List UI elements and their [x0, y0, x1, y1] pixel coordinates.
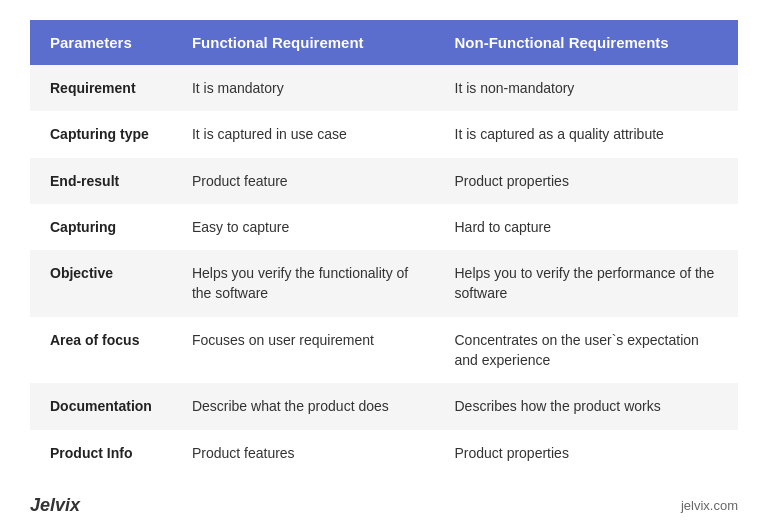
cell-functional: It is mandatory — [172, 65, 435, 111]
cell-param: Capturing — [30, 204, 172, 250]
cell-functional: Helps you verify the functionality of th… — [172, 250, 435, 317]
table-row: Area of focusFocuses on user requirement… — [30, 317, 738, 384]
table-row: CapturingEasy to captureHard to capture — [30, 204, 738, 250]
cell-nonfunctional: Product properties — [435, 430, 739, 476]
table-row: End-resultProduct featureProduct propert… — [30, 158, 738, 204]
cell-param: Objective — [30, 250, 172, 317]
table-row: RequirementIt is mandatoryIt is non-mand… — [30, 65, 738, 111]
cell-param: Capturing type — [30, 111, 172, 157]
cell-functional: Easy to capture — [172, 204, 435, 250]
table-row: DocumentationDescribe what the product d… — [30, 383, 738, 429]
cell-param: End-result — [30, 158, 172, 204]
footer: Jelvix jelvix.com — [30, 485, 738, 516]
cell-nonfunctional: Helps you to verify the performance of t… — [435, 250, 739, 317]
cell-functional: Describe what the product does — [172, 383, 435, 429]
comparison-table: Parameters Functional Requirement Non-Fu… — [30, 20, 738, 476]
cell-functional: Product features — [172, 430, 435, 476]
cell-functional: Focuses on user requirement — [172, 317, 435, 384]
cell-nonfunctional: Product properties — [435, 158, 739, 204]
cell-functional: It is captured in use case — [172, 111, 435, 157]
table-row: ObjectiveHelps you verify the functional… — [30, 250, 738, 317]
col-header-parameters: Parameters — [30, 20, 172, 65]
cell-nonfunctional: It is captured as a quality attribute — [435, 111, 739, 157]
cell-param: Documentation — [30, 383, 172, 429]
cell-nonfunctional: It is non-mandatory — [435, 65, 739, 111]
col-header-functional: Functional Requirement — [172, 20, 435, 65]
col-header-nonfunctional: Non-Functional Requirements — [435, 20, 739, 65]
cell-nonfunctional: Concentrates on the user`s expectation a… — [435, 317, 739, 384]
cell-param: Requirement — [30, 65, 172, 111]
table-row: Capturing typeIt is captured in use case… — [30, 111, 738, 157]
cell-nonfunctional: Describes how the product works — [435, 383, 739, 429]
table-row: Product InfoProduct featuresProduct prop… — [30, 430, 738, 476]
cell-param: Product Info — [30, 430, 172, 476]
brand-name: Jelvix — [30, 495, 80, 516]
footer-url: jelvix.com — [681, 498, 738, 513]
table-header-row: Parameters Functional Requirement Non-Fu… — [30, 20, 738, 65]
comparison-table-wrapper: Parameters Functional Requirement Non-Fu… — [30, 20, 738, 476]
cell-nonfunctional: Hard to capture — [435, 204, 739, 250]
cell-param: Area of focus — [30, 317, 172, 384]
cell-functional: Product feature — [172, 158, 435, 204]
